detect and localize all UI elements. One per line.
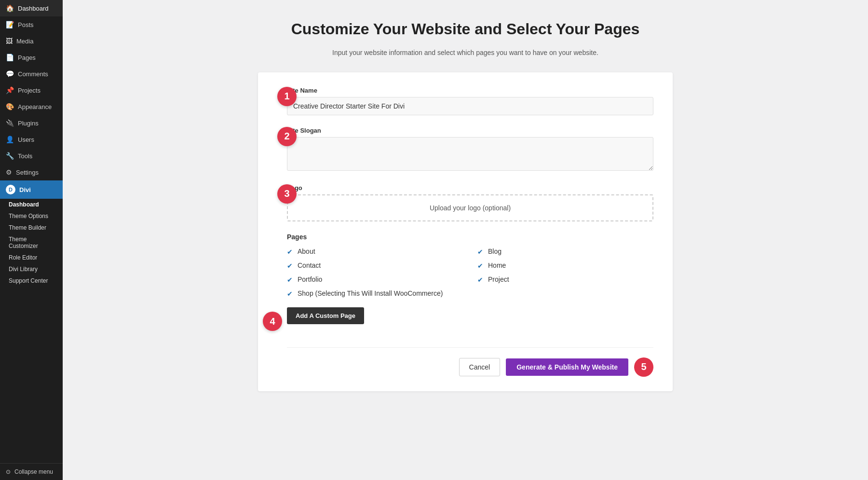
step-2-badge: 2 xyxy=(277,127,297,146)
logo-label: Logo xyxy=(287,184,653,192)
page-check-portfolio[interactable]: ✔ Portfolio xyxy=(287,275,463,284)
page-check-contact[interactable]: ✔ Contact xyxy=(287,261,463,270)
page-label-home: Home xyxy=(488,261,506,269)
publish-label: Generate & Publish My Website xyxy=(516,363,618,371)
sidebar-item-label: Posts xyxy=(18,21,34,28)
add-custom-page-section: 4 Add A Custom Page xyxy=(287,307,653,336)
step-3-badge: 3 xyxy=(277,184,297,204)
sidebar-item-settings[interactable]: ⚙ Settings xyxy=(0,164,63,180)
divi-subitem-label: Role Editor xyxy=(9,254,37,261)
check-icon-portfolio: ✔ xyxy=(287,276,293,284)
check-icon-project: ✔ xyxy=(477,276,483,284)
divi-label: Divi xyxy=(19,186,31,193)
page-check-about[interactable]: ✔ About xyxy=(287,247,463,256)
divi-subitem-divi-library[interactable]: Divi Library xyxy=(0,263,63,275)
tools-icon: 🔧 xyxy=(6,152,14,160)
sidebar-item-pages[interactable]: 📄 Pages xyxy=(0,49,63,66)
page-check-project[interactable]: ✔ Project xyxy=(477,275,653,284)
divi-subitem-label: Support Center xyxy=(9,277,48,284)
logo-section: 3 Logo Upload your logo (optional) xyxy=(287,184,653,221)
sidebar-item-label: Tools xyxy=(18,152,32,160)
cancel-label: Cancel xyxy=(469,363,490,371)
pages-label: Pages xyxy=(287,233,653,241)
page-subtitle: Input your website information and selec… xyxy=(258,47,673,58)
page-label-about: About xyxy=(298,247,315,255)
site-name-label: Site Name xyxy=(287,87,653,94)
sidebar-item-plugins[interactable]: 🔌 Plugins xyxy=(0,115,63,131)
site-slogan-input[interactable] xyxy=(287,137,653,171)
form-actions: Cancel Generate & Publish My Website 5 xyxy=(287,347,653,377)
publish-button[interactable]: Generate & Publish My Website xyxy=(506,358,628,376)
divi-subitem-label: Dashboard xyxy=(9,201,39,208)
sidebar: 🏠 Dashboard 📝 Posts 🖼 Media 📄 Pages 💬 Co… xyxy=(0,0,63,480)
pages-icon: 📄 xyxy=(6,54,14,61)
site-name-section: 1 Site Name xyxy=(287,87,653,115)
sidebar-item-label: Plugins xyxy=(18,120,39,127)
sidebar-item-label: Users xyxy=(18,136,34,143)
sidebar-item-comments[interactable]: 💬 Comments xyxy=(0,66,63,82)
media-icon: 🖼 xyxy=(6,37,13,45)
page-label-portfolio: Portfolio xyxy=(298,275,322,283)
divi-icon: D xyxy=(6,185,15,194)
divi-subitem-support-center[interactable]: Support Center xyxy=(0,275,63,287)
step-5-badge: 5 xyxy=(634,357,653,377)
publish-wrapper: Generate & Publish My Website 5 xyxy=(506,357,653,377)
sidebar-item-label: Appearance xyxy=(18,103,52,110)
add-custom-page-button[interactable]: Add A Custom Page xyxy=(287,307,364,324)
collapse-menu-button[interactable]: ⊙ Collapse menu xyxy=(0,463,63,480)
settings-icon: ⚙ xyxy=(6,168,12,176)
page-check-home[interactable]: ✔ Home xyxy=(477,261,653,270)
logo-upload-text: Upload your logo (optional) xyxy=(430,204,511,212)
site-slogan-label: Site Slogan xyxy=(287,127,653,134)
sidebar-item-tools[interactable]: 🔧 Tools xyxy=(0,148,63,164)
page-label-contact: Contact xyxy=(298,261,321,269)
site-slogan-section: 2 Site Slogan xyxy=(287,127,653,173)
comments-icon: 💬 xyxy=(6,70,14,78)
divi-subitem-label: Theme Options xyxy=(9,213,48,219)
page-check-blog[interactable]: ✔ Blog xyxy=(477,247,653,256)
collapse-icon: ⊙ xyxy=(6,468,11,475)
divi-subitem-theme-builder[interactable]: Theme Builder xyxy=(0,222,63,233)
form-card: 1 Site Name 2 Site Slogan 3 Logo Upload … xyxy=(258,72,673,391)
divi-subitem-label: Theme Builder xyxy=(9,224,46,231)
appearance-icon: 🎨 xyxy=(6,103,14,110)
check-icon-about: ✔ xyxy=(287,248,293,256)
check-icon-contact: ✔ xyxy=(287,262,293,270)
sidebar-item-label: Comments xyxy=(18,70,48,78)
users-icon: 👤 xyxy=(6,136,14,143)
sidebar-item-users[interactable]: 👤 Users xyxy=(0,131,63,148)
sidebar-item-media[interactable]: 🖼 Media xyxy=(0,33,63,49)
sidebar-item-posts[interactable]: 📝 Posts xyxy=(0,16,63,33)
divi-subitem-label: Divi Library xyxy=(9,266,38,273)
sidebar-item-label: Dashboard xyxy=(18,5,49,12)
plugins-icon: 🔌 xyxy=(6,119,14,127)
page-label-shop: Shop (Selecting This Will Install WooCom… xyxy=(298,289,443,297)
page-container: Customize Your Website and Select Your P… xyxy=(258,19,673,391)
page-title: Customize Your Website and Select Your P… xyxy=(258,19,673,40)
collapse-label: Collapse menu xyxy=(14,468,53,475)
check-icon-shop: ✔ xyxy=(287,290,293,298)
divi-subitem-label: Theme Customizer xyxy=(9,236,38,249)
divi-subitem-theme-customizer[interactable]: Theme Customizer xyxy=(0,233,63,252)
logo-upload-area[interactable]: Upload your logo (optional) xyxy=(287,194,653,221)
pages-grid: ✔ About ✔ Blog ✔ Contact ✔ xyxy=(287,247,653,298)
sidebar-item-dashboard[interactable]: 🏠 Dashboard xyxy=(0,0,63,16)
sidebar-item-appearance[interactable]: 🎨 Appearance xyxy=(0,98,63,115)
sidebar-item-label: Settings xyxy=(16,169,39,176)
sidebar-item-projects[interactable]: 📌 Projects xyxy=(0,82,63,98)
step-1-badge: 1 xyxy=(277,87,297,106)
site-name-input[interactable] xyxy=(287,97,653,115)
divi-subitem-role-editor[interactable]: Role Editor xyxy=(0,252,63,263)
divi-menu-header[interactable]: D Divi xyxy=(0,180,63,199)
page-label-blog: Blog xyxy=(488,247,502,255)
dashboard-icon: 🏠 xyxy=(6,4,14,12)
main-content: Customize Your Website and Select Your P… xyxy=(63,0,868,480)
divi-subitem-dashboard[interactable]: Dashboard xyxy=(0,199,63,210)
divi-subitem-theme-options[interactable]: Theme Options xyxy=(0,210,63,222)
sidebar-item-label: Pages xyxy=(18,54,36,61)
cancel-button[interactable]: Cancel xyxy=(459,358,501,376)
check-icon-blog: ✔ xyxy=(477,248,483,256)
pages-section: Pages ✔ About ✔ Blog ✔ Contact xyxy=(287,233,653,336)
check-icon-home: ✔ xyxy=(477,262,483,270)
page-check-shop[interactable]: ✔ Shop (Selecting This Will Install WooC… xyxy=(287,289,463,298)
